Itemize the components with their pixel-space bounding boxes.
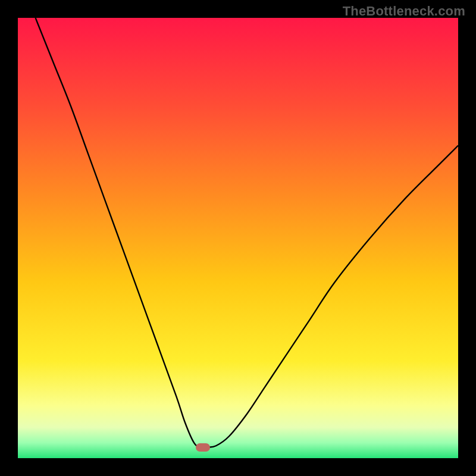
optimal-point-marker — [196, 443, 210, 452]
chart-plot-area — [18, 18, 458, 458]
chart-svg — [18, 18, 458, 458]
chart-background — [18, 18, 458, 458]
watermark-text: TheBottleneck.com — [343, 4, 465, 19]
